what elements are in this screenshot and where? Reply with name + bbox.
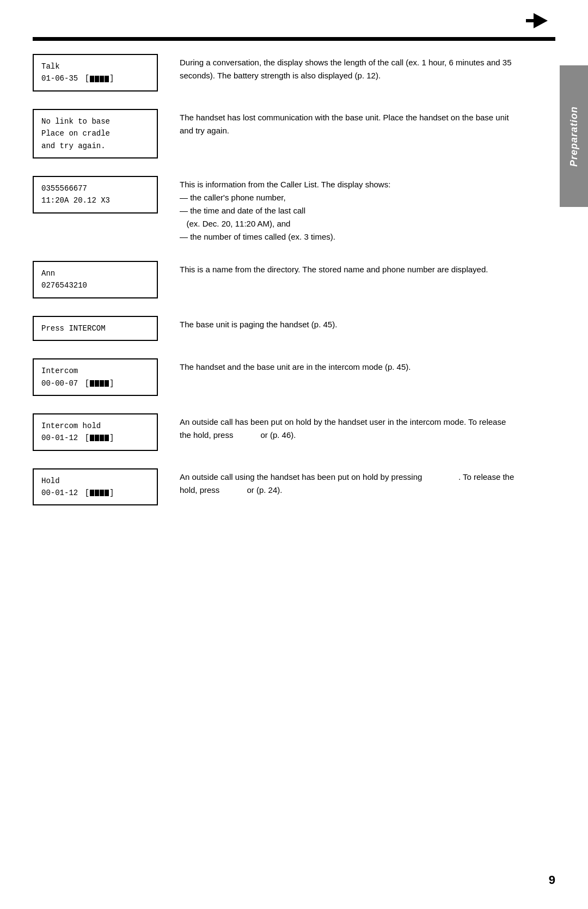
directory-display: Ann 0276543210: [33, 261, 158, 298]
page-number: 9: [549, 873, 555, 887]
display-line-1: 0355566677: [41, 182, 149, 194]
display-line-1: Press INTERCOM: [41, 322, 149, 334]
battery-indicator: [ ]: [85, 377, 114, 389]
display-line-2: 00-01-12 [ ]: [41, 432, 149, 444]
display-line-1: Talk: [41, 60, 149, 72]
intercom-hold-display: Intercom hold 00-01-12 [ ]: [33, 413, 158, 451]
intercom-hold-row: Intercom hold 00-01-12 [ ] An outside ca…: [33, 413, 555, 451]
display-line-1: Hold: [41, 475, 149, 487]
no-link-display: No link to base Place on cradle and try …: [33, 109, 158, 158]
display-line-1: No link to base: [41, 115, 149, 127]
display-line-2: 0276543210: [41, 279, 149, 291]
press-intercom-display: Press INTERCOM: [33, 316, 158, 341]
next-arrow-icon: [526, 10, 555, 32]
caller-display: 0355566677 11:20A 20.12 X3: [33, 176, 158, 213]
press-intercom-row: Press INTERCOM The base unit is paging t…: [33, 316, 555, 341]
hold-description: An outside call using the handset has be…: [180, 468, 555, 497]
intercom-hold-description: An outside call has been put on hold by …: [180, 413, 555, 442]
hold-display: Hold 00-01-12 [ ]: [33, 468, 158, 506]
display-line-2: 00-00-07 [ ]: [41, 377, 149, 389]
display-line-1: Intercom: [41, 365, 149, 377]
top-bar: [0, 0, 588, 32]
display-line-1: Intercom hold: [41, 420, 149, 432]
section-divider: [33, 37, 555, 41]
preparation-tab: Preparation: [560, 65, 588, 207]
display-line-2: 11:20A 20.12 X3: [41, 194, 149, 206]
talk-description: During a conversation, the display shows…: [180, 54, 555, 82]
directory-description: This is a name from the directory. The s…: [180, 261, 555, 276]
hold-row: Hold 00-01-12 [ ] An outside call using …: [33, 468, 555, 506]
display-line-1: Ann: [41, 267, 149, 279]
press-intercom-description: The base unit is paging the handset (p. …: [180, 316, 555, 331]
display-line-3: and try again.: [41, 140, 149, 152]
intercom-description: The handset and the base unit are in the…: [180, 358, 555, 374]
intercom-row: Intercom 00-00-07 [ ] The handset and th…: [33, 358, 555, 396]
no-link-row: No link to base Place on cradle and try …: [33, 109, 555, 158]
battery-indicator: [ ]: [85, 432, 114, 444]
display-line-2: 00-01-12 [ ]: [41, 487, 149, 499]
directory-row: Ann 0276543210 This is a name from the d…: [33, 261, 555, 298]
caller-description: This is information from the Caller List…: [180, 176, 555, 243]
display-line-2: Place on cradle: [41, 127, 149, 139]
display-line-2: 01-06-35 [ ]: [41, 72, 149, 84]
caller-list-row: 0355566677 11:20A 20.12 X3 This is infor…: [33, 176, 555, 243]
intercom-display: Intercom 00-00-07 [ ]: [33, 358, 158, 396]
talk-display: Talk 01-06-35 [ ]: [33, 54, 158, 91]
battery-indicator: [ ]: [85, 72, 114, 84]
svg-rect-1: [526, 19, 536, 22]
main-content: Talk 01-06-35 [ ] During a conversation,…: [33, 41, 555, 505]
battery-indicator: [ ]: [85, 487, 114, 499]
no-link-description: The handset has lost communication with …: [180, 109, 555, 137]
talk-row: Talk 01-06-35 [ ] During a conversation,…: [33, 54, 555, 91]
